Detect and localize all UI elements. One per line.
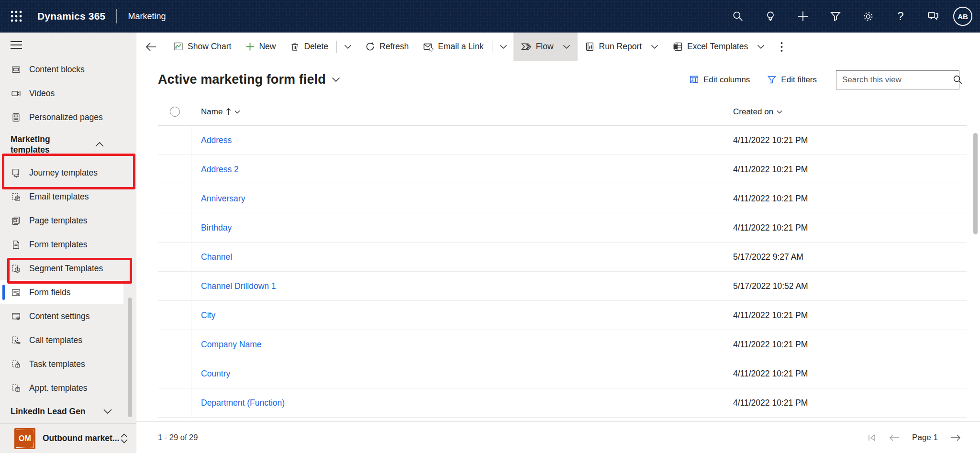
table-row[interactable]: Channel 5/17/2022 9:27 AM bbox=[158, 243, 967, 272]
table-row[interactable]: City 4/11/2022 10:21 PM bbox=[158, 301, 967, 330]
excel-templates-button[interactable]: X Excel Templates bbox=[666, 33, 772, 61]
task-templates-icon bbox=[11, 359, 21, 369]
sidebar-item-task-templates[interactable]: Task templates bbox=[0, 352, 136, 376]
search-view-icon[interactable] bbox=[953, 75, 963, 85]
view-selector[interactable]: Active marketing form field bbox=[158, 72, 340, 87]
sidebar-item-appt-templates[interactable]: Appt. templates bbox=[0, 376, 136, 400]
sidebar-item-videos[interactable]: Videos bbox=[0, 81, 136, 105]
previous-page-icon[interactable] bbox=[889, 434, 900, 442]
current-app-area[interactable]: Marketing bbox=[128, 11, 166, 22]
record-link[interactable]: Country bbox=[191, 369, 230, 379]
edit-columns-button[interactable]: Edit columns bbox=[682, 71, 757, 88]
created-on-value: 4/11/2022 10:21 PM bbox=[733, 310, 808, 320]
table-row[interactable]: Address 4/11/2022 10:21 PM bbox=[158, 126, 967, 155]
sidebar-scrollbar-thumb[interactable] bbox=[128, 298, 132, 417]
group-label: Marketing templates bbox=[11, 134, 82, 155]
record-link[interactable]: Address bbox=[191, 135, 232, 145]
app-brand-title[interactable]: Dynamics 365 bbox=[37, 11, 106, 22]
call-templates-icon bbox=[11, 335, 21, 345]
record-link[interactable]: Birthday bbox=[191, 223, 232, 233]
table-row[interactable]: Department (Function) 4/11/2022 10:21 PM bbox=[158, 388, 967, 418]
sidebar-item-content-blocks[interactable]: Content blocks bbox=[0, 57, 136, 81]
row-checkbox-cell[interactable] bbox=[158, 330, 191, 359]
row-checkbox-cell[interactable] bbox=[158, 126, 191, 155]
back-button[interactable] bbox=[136, 33, 166, 61]
delete-dropdown-chevron-icon[interactable] bbox=[338, 33, 358, 61]
record-link[interactable]: Channel Drilldown 1 bbox=[191, 281, 276, 291]
row-checkbox-cell[interactable] bbox=[158, 243, 191, 271]
row-checkbox-cell[interactable] bbox=[158, 184, 191, 213]
new-button[interactable]: New bbox=[238, 33, 283, 61]
filter-icon[interactable] bbox=[819, 0, 852, 33]
sidebar-group-linkedin-lead-gen[interactable]: LinkedIn Lead Gen bbox=[0, 400, 136, 424]
pagination-controls: Page 1 bbox=[868, 433, 961, 442]
page-indicator: Page 1 bbox=[912, 433, 938, 442]
sidebar-item-email-templates[interactable]: Email templates bbox=[0, 185, 136, 209]
form-templates-icon bbox=[11, 239, 21, 250]
next-page-icon[interactable] bbox=[950, 434, 961, 442]
table-row[interactable]: Company Name 4/11/2022 10:21 PM bbox=[158, 330, 967, 359]
table-row[interactable]: Country 4/11/2022 10:21 PM bbox=[158, 359, 967, 388]
sidebar-group-marketing-templates[interactable]: Marketing templates bbox=[0, 129, 136, 161]
feedback-chat-icon[interactable] bbox=[917, 0, 949, 33]
topbar-divider bbox=[116, 9, 117, 23]
record-link[interactable]: Channel bbox=[191, 252, 232, 262]
area-switcher-outbound-marketing[interactable]: OM Outbound market... bbox=[0, 423, 136, 453]
row-checkbox-cell[interactable] bbox=[158, 301, 191, 330]
app-launcher-waffle-icon[interactable] bbox=[6, 6, 27, 27]
record-link[interactable]: Anniversary bbox=[191, 194, 245, 204]
run-report-button[interactable]: Run Report bbox=[578, 33, 666, 61]
column-header-name[interactable]: Name bbox=[191, 107, 240, 117]
column-header-created-on[interactable]: Created on bbox=[733, 107, 782, 117]
quick-create-plus-icon[interactable] bbox=[787, 0, 819, 33]
search-this-view-input[interactable] bbox=[836, 75, 953, 85]
table-row[interactable]: Address 2 4/11/2022 10:21 PM bbox=[158, 155, 967, 184]
content-blocks-icon bbox=[11, 64, 21, 75]
user-avatar[interactable]: AB bbox=[953, 7, 972, 26]
excel-templates-label: Excel Templates bbox=[687, 42, 748, 52]
command-bar-overflow-icon[interactable] bbox=[772, 33, 791, 61]
delete-button[interactable]: Delete bbox=[283, 33, 335, 61]
chevron-down-icon bbox=[103, 408, 112, 416]
record-link[interactable]: Company Name bbox=[191, 340, 261, 350]
settings-gear-icon[interactable] bbox=[852, 0, 884, 33]
record-link[interactable]: City bbox=[191, 310, 215, 320]
sidebar-item-form-fields[interactable]: Form fields bbox=[0, 280, 123, 304]
lightbulb-icon[interactable] bbox=[754, 0, 787, 33]
sidebar-item-journey-templates[interactable]: Journey templates bbox=[0, 161, 136, 185]
grid-scrollbar-thumb[interactable] bbox=[973, 133, 978, 234]
record-link[interactable]: Department (Function) bbox=[191, 398, 285, 408]
row-checkbox-cell[interactable] bbox=[158, 155, 191, 184]
help-icon[interactable]: ? bbox=[884, 0, 917, 33]
row-checkbox-cell[interactable] bbox=[158, 213, 191, 242]
show-chart-button[interactable]: Show Chart bbox=[166, 33, 238, 61]
row-checkbox-cell[interactable] bbox=[158, 359, 191, 388]
email-dropdown-chevron-icon[interactable] bbox=[493, 33, 513, 61]
row-checkbox-cell[interactable] bbox=[158, 388, 191, 417]
sidebar-item-page-templates[interactable]: Page templates bbox=[0, 209, 136, 232]
sidebar-item-form-templates[interactable]: Form templates bbox=[0, 232, 136, 256]
refresh-button[interactable]: Refresh bbox=[358, 33, 416, 61]
area-switcher-updown-chevron-icon bbox=[120, 433, 128, 443]
email-a-link-label: Email a Link bbox=[438, 42, 483, 52]
search-icon[interactable] bbox=[722, 0, 754, 33]
sidebar-item-content-settings[interactable]: Content settings bbox=[0, 304, 136, 328]
first-page-icon[interactable] bbox=[868, 434, 877, 442]
table-row[interactable]: Channel Drilldown 1 5/17/2022 10:52 AM bbox=[158, 272, 967, 301]
sidebar-item-label: Content settings bbox=[29, 311, 89, 321]
record-link[interactable]: Address 2 bbox=[191, 165, 239, 175]
sidebar-item-personalized-pages[interactable]: Personalized pages bbox=[0, 105, 136, 129]
select-all-checkbox[interactable] bbox=[170, 107, 180, 117]
table-row[interactable]: Birthday 4/11/2022 10:21 PM bbox=[158, 213, 967, 243]
grid-status-bar: 1 - 29 of 29 Page 1 bbox=[136, 421, 980, 453]
edit-filters-button[interactable]: Edit filters bbox=[760, 71, 824, 88]
chevron-up-icon bbox=[95, 141, 104, 149]
flow-button[interactable]: Flow bbox=[513, 33, 578, 61]
row-checkbox-cell[interactable] bbox=[158, 272, 191, 300]
table-row[interactable]: Anniversary 4/11/2022 10:21 PM bbox=[158, 184, 967, 213]
sidebar-item-call-templates[interactable]: Call templates bbox=[0, 328, 136, 352]
email-a-link-button[interactable]: Email a Link bbox=[416, 33, 490, 61]
sidebar-item-label: Page templates bbox=[29, 216, 88, 226]
collapse-sidebar-hamburger-icon[interactable] bbox=[0, 33, 136, 57]
sidebar-item-segment-templates[interactable]: Segment Templates bbox=[0, 256, 136, 280]
